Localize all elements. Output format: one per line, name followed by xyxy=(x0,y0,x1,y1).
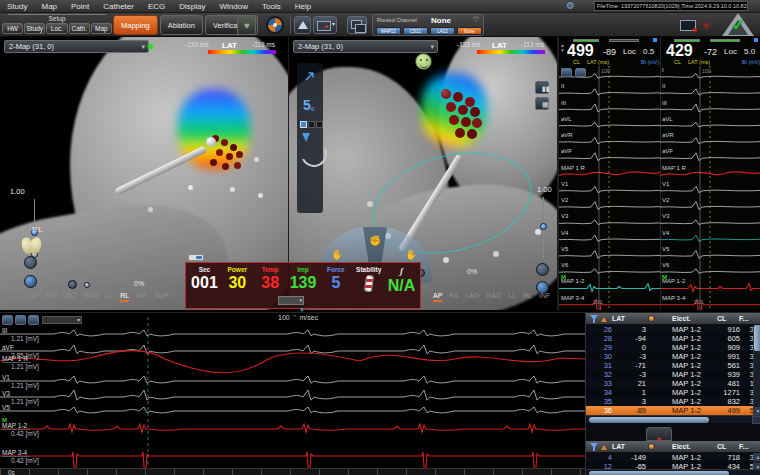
ablation-expand-chevron[interactable]: ▼ xyxy=(299,307,305,313)
review-tool-button[interactable] xyxy=(28,315,39,325)
view-mode-swatch[interactable] xyxy=(316,121,323,128)
compass-orientation-icon[interactable] xyxy=(266,16,284,34)
scroll-down-arrow[interactable]: ▼ xyxy=(754,407,760,415)
column-header-force[interactable]: F... xyxy=(739,443,748,450)
orientation-button[interactable]: LL xyxy=(105,292,113,302)
table-row[interactable]: 35 3 MAP 1-2 832 3 xyxy=(586,397,760,406)
setup-tab[interactable]: Study xyxy=(24,23,45,34)
column-header-lat[interactable]: LAT xyxy=(612,315,625,322)
review-tool-button[interactable] xyxy=(2,315,13,325)
setup-tab[interactable]: Map xyxy=(91,23,112,34)
column-header-elect[interactable]: Elect. xyxy=(672,443,691,450)
map-selector-dropdown[interactable]: 2-Map (31, 0) ▾ xyxy=(293,40,438,53)
review-tool-button[interactable] xyxy=(15,315,26,325)
scrollbar-thumb[interactable] xyxy=(754,325,760,351)
mode-button[interactable]: Ablation xyxy=(160,15,203,35)
menu-item[interactable]: Study xyxy=(0,2,34,11)
horizontal-scrollbar[interactable] xyxy=(586,415,760,423)
scrollbar-corner-box[interactable] xyxy=(752,416,760,424)
menu-item[interactable]: Window xyxy=(213,2,255,11)
map-selector-dropdown[interactable]: 2-Map (31, 0) ▾ xyxy=(4,40,149,53)
view-reset-button[interactable] xyxy=(536,263,549,276)
routed-heart-icon[interactable]: ♡ xyxy=(473,16,479,24)
review-channel[interactable]: MAP 3-4 0.42 [mV] xyxy=(2,449,39,464)
ablation-mini-toggle[interactable] xyxy=(188,254,204,261)
opacity-toggle-icon[interactable] xyxy=(68,280,77,289)
sort-ascending-icon[interactable] xyxy=(601,317,607,322)
snapshot-camera-button[interactable] xyxy=(313,16,337,34)
landmark-tool-button[interactable] xyxy=(294,16,311,34)
orientation-button[interactable]: INF xyxy=(136,292,147,302)
table-row[interactable]: 26 3 MAP 1-2 916 3 xyxy=(586,325,760,334)
ablation-points-tab[interactable]: ♥ xyxy=(646,427,672,441)
orientation-button[interactable]: RAO xyxy=(486,292,501,302)
hand-rotate-icon[interactable]: ✋ xyxy=(405,249,417,260)
review-channel[interactable]: MAP 1 R 1.21 [mV] xyxy=(2,355,39,370)
orientation-button[interactable]: PA xyxy=(46,292,55,302)
routed-channel-button[interactable]: CS12 xyxy=(403,27,428,35)
column-header-force[interactable]: F... xyxy=(739,315,748,322)
opacity-slider-track[interactable] xyxy=(429,273,463,274)
orientation-button[interactable]: LL xyxy=(508,292,516,302)
table-row[interactable]: 33 21 MAP 1-2 481 1 xyxy=(586,379,760,388)
scroll-up-arrow[interactable]: ▲ xyxy=(754,453,760,461)
review-channel[interactable]: V5 xyxy=(2,404,13,412)
orientation-button[interactable]: INF xyxy=(539,292,550,302)
review-channel[interactable]: MAP 1-2 0.42 [mV] xyxy=(2,422,39,437)
orientation-button[interactable]: RL xyxy=(523,292,532,302)
pointer-arrow-icon[interactable] xyxy=(303,69,317,83)
table-row[interactable]: 30 -3 MAP 1-2 991 3 xyxy=(586,352,760,361)
column-header-cl[interactable]: CL xyxy=(717,443,726,450)
routed-channel-button[interactable]: MAP12 xyxy=(376,27,401,35)
scrollbar-thumb[interactable] xyxy=(589,471,729,475)
opacity-slider-knob[interactable] xyxy=(84,282,90,288)
orientation-button[interactable]: RL xyxy=(120,292,129,302)
routed-channel-button[interactable]: None xyxy=(457,27,482,35)
orientation-button[interactable]: PA xyxy=(449,292,458,302)
orientation-button[interactable]: LAO xyxy=(465,292,479,302)
frame-view-button[interactable]: ▦ xyxy=(535,97,549,110)
table-row[interactable]: 31 -71 MAP 1-2 561 3 xyxy=(586,361,760,370)
filter-funnel-icon[interactable] xyxy=(590,443,598,451)
menu-item[interactable]: Point xyxy=(64,2,96,11)
orientation-button[interactable]: RAO xyxy=(83,292,98,302)
orientation-button[interactable]: SUP xyxy=(154,292,168,302)
review-channel[interactable]: III 1.21 [mV] xyxy=(2,327,39,342)
horizontal-scrollbar[interactable] xyxy=(586,469,760,475)
temp-source-dropdown[interactable] xyxy=(278,296,304,305)
orientation-button[interactable]: AP xyxy=(433,292,442,302)
monitor-tool-button[interactable] xyxy=(561,68,572,77)
orientation-button[interactable]: LAO xyxy=(62,292,76,302)
monitor-tool-button[interactable] xyxy=(575,68,586,77)
review-preset-dropdown[interactable] xyxy=(42,316,82,324)
view-mode-swatch-selected[interactable] xyxy=(300,121,307,128)
review-channel[interactable]: V1 1.21 [mV] xyxy=(2,374,39,389)
table-row[interactable]: 36 -89 MAP 1-2 499 5 xyxy=(586,406,760,415)
menu-item[interactable]: ECG xyxy=(141,2,172,11)
filter-funnel-icon[interactable] xyxy=(590,315,598,323)
channel-select-square[interactable] xyxy=(754,38,758,42)
sort-ascending-icon[interactable] xyxy=(601,445,607,450)
setup-tab[interactable]: HW xyxy=(2,23,23,34)
pause-view-button[interactable]: ▮▮ xyxy=(535,81,549,94)
table-row[interactable]: 34 1 MAP 1-2 1271 3 xyxy=(586,388,760,397)
heart-tool-button[interactable]: ♥ xyxy=(237,15,256,35)
setup-tab[interactable]: Loc. xyxy=(46,23,67,34)
view-mode-swatch[interactable] xyxy=(308,121,315,128)
table-row[interactable]: 28 -94 MAP 1-2 605 3 xyxy=(586,334,760,343)
orientation-button[interactable]: AP xyxy=(30,292,39,302)
mode-button[interactable]: Mapping xyxy=(113,15,158,35)
routed-channel-button[interactable]: LA12 xyxy=(430,27,455,35)
view-reset-button[interactable] xyxy=(24,256,37,269)
menu-item[interactable]: Tools xyxy=(255,2,288,11)
column-header-cl[interactable]: CL xyxy=(717,315,726,322)
menu-item[interactable]: Display xyxy=(172,2,212,11)
table-row[interactable]: 29 0 MAP 1-2 909 3 xyxy=(586,343,760,352)
menu-item[interactable]: Catheter xyxy=(96,2,141,11)
menu-item[interactable]: Map xyxy=(34,2,64,11)
menu-item[interactable]: Help xyxy=(288,2,318,11)
channel-select-square[interactable] xyxy=(653,38,657,42)
column-header-lat[interactable]: LAT xyxy=(612,443,625,450)
hand-pan-icon[interactable]: ✋ xyxy=(331,249,343,260)
table-row[interactable]: 4 -149 MAP 1-2 718 3 xyxy=(586,453,760,462)
